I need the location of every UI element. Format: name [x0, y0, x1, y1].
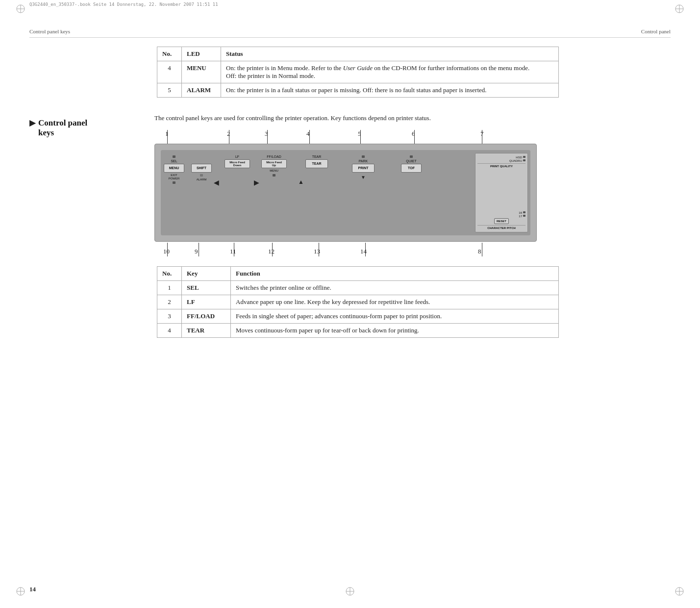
btn-group-quiet: QUIET TOF: [401, 155, 422, 173]
reg-mark-top-left: [16, 4, 25, 16]
arrow-down-park: ▼: [361, 175, 366, 180]
conn-line-4: [309, 130, 310, 144]
label-quiet-top: QUIET: [406, 159, 416, 163]
row1-no-b: 1: [157, 280, 182, 295]
printer-panel: SEL MENU EXITPOWER SHIFT ALARM ◀: [154, 144, 537, 242]
btn-group-lf: LF Micro FeedDown: [225, 155, 250, 170]
table-row: 3 FF/LOAD Feeds in single sheet of paper…: [157, 309, 559, 323]
row2-status: On: the printer is in a fault status or …: [221, 83, 559, 98]
label-hsd: HSD: [516, 156, 522, 159]
arrow-up: ▲: [298, 178, 304, 186]
label-menu-ffload: MENU: [270, 169, 278, 173]
row4-func-b: Moves continuous-form paper up for tear-…: [231, 323, 559, 337]
cp-num16-row: 16: [477, 211, 525, 214]
led-17: [523, 215, 525, 217]
num-label-12: 12: [268, 248, 275, 255]
reg-mark-bottom-left: [16, 586, 25, 598]
row3-func-b: Feeds in single sheet of paper; advances…: [231, 309, 559, 323]
reset-button[interactable]: RESET: [494, 218, 509, 224]
row1-status: On: the printer is in Menu mode. Refer t…: [221, 61, 559, 83]
led-quadru: [523, 159, 525, 161]
num-label-13: 13: [314, 248, 320, 255]
btn-lf[interactable]: Micro FeedDown: [225, 159, 250, 168]
row2-no-b: 2: [157, 295, 182, 309]
led-park: [362, 155, 365, 158]
btn-park-print[interactable]: PRINT: [352, 164, 375, 173]
table-row: 2 LF Advance paper up one line. Keep the…: [157, 295, 559, 309]
row2-key-b: LF: [182, 295, 231, 309]
led-quiet: [410, 155, 413, 158]
page: Q3G2440_en_350337-.book Seite 14 Donners…: [0, 0, 700, 608]
reg-mark-bottom-right: [675, 586, 684, 598]
row3-key-b: FF/LOAD: [182, 309, 231, 323]
label-sel: SEL: [171, 159, 177, 163]
col-function-bottom: Function: [231, 266, 559, 280]
right-panel-box: HSD QUADRU PRINT QUALITY: [475, 153, 528, 232]
header-right: Control panel: [641, 28, 671, 34]
row2-func-b: Advance paper up one line. Keep the key …: [231, 295, 559, 309]
col-key-bottom: Key: [182, 266, 231, 280]
conn-line-3: [267, 130, 268, 144]
header-left: Control panel keys: [29, 28, 70, 34]
section-title: ▶ Control panel keys: [29, 113, 154, 138]
conn-line-6: [414, 130, 415, 144]
row4-no-b: 4: [157, 323, 182, 337]
row1-func-b: Switches the printer online or offline.: [231, 280, 559, 295]
label-exit-power: EXITPOWER: [169, 174, 180, 180]
conn-line-9: [199, 243, 199, 256]
arrow-right: ▶: [254, 178, 259, 187]
cp-num17-row: 17: [477, 215, 525, 218]
section-description: The control panel keys are used for cont…: [154, 113, 671, 123]
num-label-11: 11: [230, 248, 236, 255]
row2-led: ALARM: [182, 83, 221, 98]
pq-hsd-row: HSD: [477, 156, 525, 159]
num-label-9: 9: [195, 248, 198, 255]
panel-inner: SEL MENU EXITPOWER SHIFT ALARM ◀: [161, 150, 530, 235]
btn-group-shift: SHIFT ALARM: [191, 164, 212, 181]
btn-group-sel-menu: SEL MENU EXITPOWER: [164, 155, 184, 185]
label-lf-top: LF: [235, 155, 239, 159]
row3-no-b: 3: [157, 309, 182, 323]
label-ffload-top: FF/LOAD: [267, 155, 281, 159]
table-row: 1 SEL Switches the printer online or off…: [157, 280, 559, 295]
spacer: [477, 169, 525, 210]
reg-mark-bottom-center: [345, 586, 355, 598]
row1-no: 4: [157, 61, 182, 83]
led-sel: [173, 155, 175, 158]
section-right: The control panel keys are used for cont…: [154, 113, 671, 256]
num-labels-top: 1 2 3 4 5 6 7: [154, 130, 537, 144]
top-table: No. LED Status 4 MENU On: the printer is…: [157, 47, 559, 98]
btn-group-tear: TEAR TEAR: [305, 155, 328, 169]
num-label-14: 14: [360, 248, 367, 255]
section-title-line1: Control panel: [38, 118, 87, 128]
btn-tear[interactable]: TEAR: [305, 159, 328, 168]
char-pitch-section: 16 17 RESET: [477, 211, 525, 229]
btn-ffload[interactable]: Micro FeedUp: [261, 159, 287, 168]
reg-mark-top-right: [675, 4, 684, 16]
col-no: No.: [157, 47, 182, 61]
btn-menu[interactable]: MENU: [164, 164, 184, 173]
btn-quiet-tof[interactable]: TOF: [401, 164, 422, 173]
led-hsd: [523, 156, 525, 158]
conn-line-7: [482, 130, 482, 144]
file-header: Q3G2440_en_350337-.book Seite 14 Donners…: [29, 2, 218, 7]
row1-key-b: SEL: [182, 280, 231, 295]
header-bar: Control panel keys Control panel: [29, 28, 671, 38]
btn-shift[interactable]: SHIFT: [191, 164, 212, 173]
label-tear-top: TEAR: [312, 155, 322, 159]
btn-group-park: PARK PRINT ▼: [352, 155, 375, 180]
conn-line-8: [482, 243, 482, 256]
num-labels-bottom: 10 9 11 12 13 14 8: [154, 243, 537, 256]
pq-quadru-row: QUADRU: [477, 159, 525, 162]
label-num17: 17: [519, 215, 522, 218]
label-print-quality: PRINT QUALITY: [477, 163, 525, 168]
bottom-table: No. Key Function 1 SEL Switches the prin…: [157, 266, 559, 338]
arrow-left: ◀: [214, 178, 219, 187]
led-exit: [173, 181, 175, 184]
section-left: ▶ Control panel keys: [29, 113, 154, 256]
row1-led: MENU: [182, 61, 221, 83]
print-quality-section: HSD QUADRU PRINT QUALITY: [477, 156, 525, 168]
col-no-bottom: No.: [157, 266, 182, 280]
page-number: 14: [29, 585, 36, 593]
label-character-pitch: CHARACTER PITCH: [477, 225, 525, 229]
